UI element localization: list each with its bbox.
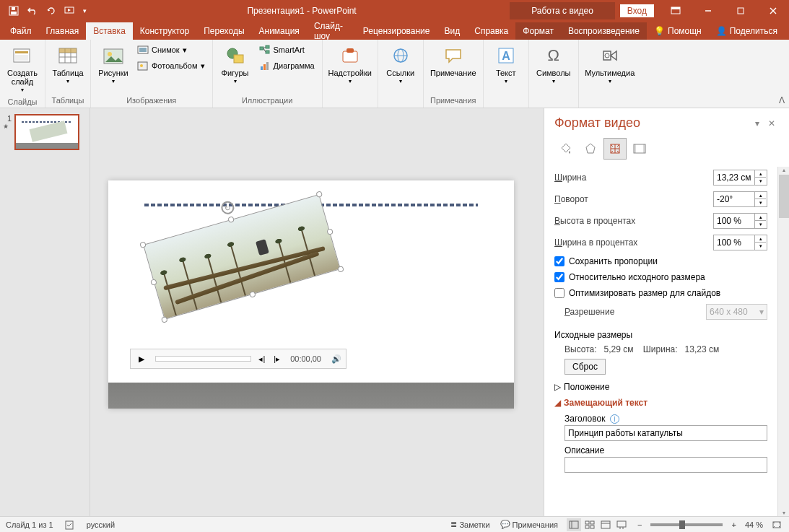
position-section-header[interactable]: ▷Положение: [554, 379, 767, 395]
chart-button[interactable]: Диаграмма: [256, 58, 318, 73]
rotation-input[interactable]: ▴▾: [713, 191, 767, 207]
maximize-button[interactable]: [724, 0, 757, 22]
tab-animations[interactable]: Анимация: [252, 22, 307, 40]
group-tables: Таблица▾ Таблицы: [45, 40, 91, 108]
tab-home[interactable]: Главная: [39, 22, 87, 40]
zoom-in-button[interactable]: +: [730, 520, 737, 529]
pane-close-button[interactable]: ✕: [764, 118, 779, 128]
tab-insert[interactable]: Вставка: [86, 22, 133, 40]
scale-height-label: Высота в процентах: [554, 216, 713, 226]
addins-button[interactable]: Надстройки▾: [327, 43, 373, 87]
photo-album-button[interactable]: Фотоальбом ▾: [134, 58, 208, 73]
scale-width-input[interactable]: ▴▾: [713, 235, 767, 250]
zoom-slider[interactable]: [650, 523, 723, 526]
svg-rect-36: [346, 48, 354, 53]
svg-rect-32: [261, 66, 263, 70]
share-button[interactable]: 👤Поделиться: [709, 22, 785, 40]
screenshot-button[interactable]: Снимок ▾: [134, 43, 208, 57]
slide-thumbnail-1[interactable]: 1 ★: [3, 114, 87, 150]
new-slide-button[interactable]: Создать слайд▾: [4, 43, 40, 96]
media-button[interactable]: Мультимедиа▾: [583, 43, 637, 87]
tab-file[interactable]: Файл: [3, 22, 39, 40]
svg-rect-1: [11, 12, 17, 14]
group-comments: Примечание Примечания: [424, 40, 484, 108]
pane-tab-fill[interactable]: [554, 138, 577, 160]
language-indicator[interactable]: русский: [87, 520, 115, 529]
relative-original-checkbox[interactable]: Относительно исходного размера: [554, 269, 767, 285]
reset-size-button[interactable]: Сброс: [564, 359, 606, 375]
links-icon: [389, 44, 412, 67]
tab-design[interactable]: Конструктор: [133, 22, 196, 40]
scale-height-input[interactable]: ▴▾: [713, 213, 767, 229]
links-button[interactable]: Ссылки▾: [383, 43, 419, 87]
lock-aspect-checkbox[interactable]: Сохранить пропорции: [554, 253, 767, 269]
animation-indicator-icon: ★: [3, 123, 12, 130]
notes-button[interactable]: ≣ Заметки: [449, 520, 491, 529]
ribbon-display-options-button[interactable]: [659, 0, 692, 22]
rotation-label: Поворот: [554, 194, 713, 204]
close-button[interactable]: [757, 0, 789, 22]
width-input[interactable]: ▴▾: [713, 170, 767, 186]
alt-text-section-header[interactable]: ◢Замещающий текст: [554, 395, 767, 411]
symbols-button[interactable]: Ω Символы▾: [533, 43, 574, 87]
slideshow-view-button[interactable]: [614, 518, 629, 531]
best-scale-checkbox[interactable]: Оптимизировать размер для слайдов: [554, 285, 767, 301]
pane-tab-size[interactable]: [603, 138, 627, 160]
spell-check-button[interactable]: [64, 520, 77, 530]
svg-point-42: [605, 53, 609, 58]
qat-customize-icon[interactable]: ▾: [81, 3, 88, 19]
zoom-level[interactable]: 44 %: [745, 520, 763, 529]
smartart-button[interactable]: SmartArt: [256, 43, 318, 57]
video-step-back-button[interactable]: ◂|: [254, 354, 269, 364]
info-icon[interactable]: i: [610, 414, 619, 424]
comment-button[interactable]: Примечание: [428, 43, 479, 79]
start-from-beginning-button[interactable]: [62, 3, 78, 19]
width-label: Ширина: [554, 173, 713, 183]
slide-sorter-button[interactable]: [583, 518, 597, 531]
svg-rect-51: [570, 521, 578, 528]
pane-tab-effects[interactable]: [579, 138, 602, 160]
svg-rect-11: [15, 51, 28, 53]
group-media: Мультимедиа▾: [579, 40, 641, 108]
normal-view-button[interactable]: [567, 518, 581, 531]
tab-help[interactable]: Справка: [467, 22, 515, 40]
ribbon-tabs: Файл Главная Вставка Конструктор Переход…: [0, 22, 789, 40]
tab-playback[interactable]: Воспроизведение: [561, 22, 647, 40]
minimize-button[interactable]: [692, 0, 724, 22]
tell-me-button[interactable]: 💡Помощн: [647, 22, 709, 40]
text-button[interactable]: A Текст▾: [488, 43, 524, 87]
rotation-handle[interactable]: ↻: [219, 200, 235, 216]
pictures-button[interactable]: Рисунки▾: [95, 43, 131, 87]
pane-tab-video[interactable]: [628, 138, 651, 160]
shapes-button[interactable]: Фигуры▾: [217, 43, 253, 87]
tab-review[interactable]: Рецензирование: [356, 22, 437, 40]
pane-options-button[interactable]: ▾: [750, 118, 764, 128]
video-play-button[interactable]: ▶: [131, 354, 152, 364]
svg-rect-22: [139, 48, 147, 52]
table-button[interactable]: Таблица▾: [50, 43, 86, 87]
slide-counter[interactable]: Слайд 1 из 1: [6, 520, 53, 529]
redo-button[interactable]: [43, 3, 59, 19]
video-step-fwd-button[interactable]: |▸: [269, 354, 284, 364]
tab-format[interactable]: Формат: [515, 22, 561, 40]
comments-button[interactable]: 💬 Примечания: [499, 520, 560, 529]
collapse-ribbon-button[interactable]: ᐱ: [779, 95, 785, 105]
video-seek-track[interactable]: [155, 356, 251, 362]
svg-rect-5: [671, 7, 680, 9]
smartart-icon: [259, 44, 271, 56]
sign-in-button[interactable]: Вход: [619, 4, 655, 18]
slide-canvas[interactable]: ↻: [90, 108, 544, 516]
fit-to-window-button[interactable]: [770, 520, 783, 529]
save-button[interactable]: [6, 3, 22, 19]
video-object[interactable]: ↻: [143, 194, 341, 320]
alt-description-input[interactable]: [564, 457, 767, 473]
zoom-out-button[interactable]: −: [636, 520, 643, 529]
video-volume-button[interactable]: 🔊: [327, 354, 346, 364]
svg-rect-53: [585, 521, 589, 524]
pane-scrollbar[interactable]: ▴ ▾: [777, 167, 789, 516]
tab-view[interactable]: Вид: [437, 22, 468, 40]
alt-title-input[interactable]: [564, 425, 767, 441]
reading-view-button[interactable]: [598, 518, 613, 531]
undo-button[interactable]: [25, 3, 40, 19]
tab-transitions[interactable]: Переходы: [196, 22, 251, 40]
